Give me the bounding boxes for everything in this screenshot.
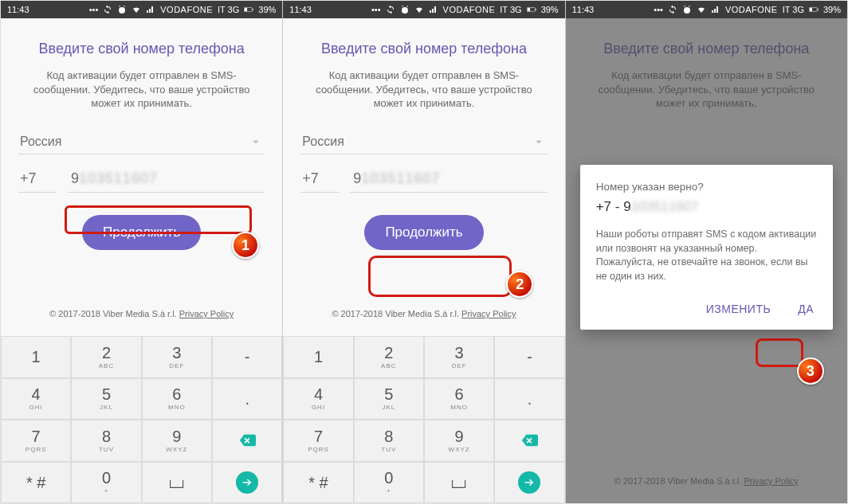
key-0[interactable]: 0+ — [354, 462, 424, 504]
confirm-dialog: Номер указан верно? +7 - 9103511607 Наши… — [580, 165, 833, 330]
phone-input[interactable]: 9103511607 — [350, 166, 547, 193]
key-⌴[interactable]: ⌴ — [142, 462, 212, 504]
key-dash[interactable]: - — [212, 336, 282, 378]
dots-icon: ••• — [89, 5, 99, 14]
key-back[interactable] — [494, 420, 564, 462]
country-select[interactable]: Россия — [300, 130, 547, 154]
dialog-number: +7 - 9103511607 — [596, 199, 817, 215]
key-go[interactable] — [494, 462, 564, 504]
wifi-icon — [697, 5, 706, 14]
key-9[interactable]: 9WXYZ — [424, 420, 494, 462]
footer-text: © 2017-2018 Viber Media S.à r.l. Privacy… — [18, 309, 265, 326]
phone-prefix: +7 — [18, 166, 57, 193]
sync-icon — [668, 5, 677, 14]
svg-rect-5 — [535, 9, 536, 11]
page-subtitle: Код активации будет отправлен в SMS-сооб… — [300, 68, 547, 111]
signal-icon — [711, 5, 720, 14]
step-badge-1: 1 — [232, 232, 259, 259]
key-* #[interactable]: * # — [283, 462, 353, 504]
battery-icon — [244, 5, 253, 14]
signal-icon — [146, 5, 155, 14]
svg-rect-1 — [245, 8, 247, 11]
phone-screen-2: 11:43 ••• VODAFONE IT 3G 39% Введите сво… — [283, 1, 565, 503]
alarm-icon — [117, 5, 127, 14]
battery-icon — [527, 5, 536, 14]
privacy-link[interactable]: Privacy Policy — [179, 309, 234, 318]
key-4[interactable]: 4GHI — [283, 378, 353, 420]
svg-rect-4 — [527, 8, 529, 11]
key-5[interactable]: 5JKL — [71, 378, 141, 420]
phone-prefix: +7 — [300, 166, 339, 193]
wifi-icon — [414, 5, 424, 14]
dialog-question: Номер указан верно? — [596, 181, 817, 193]
numeric-keypad: 12ABC3DEF-4GHI5JKL6MNO.7PQRS8TUV9WXYZ* #… — [1, 336, 282, 503]
country-label: Россия — [20, 135, 61, 149]
network-label: IT 3G — [218, 5, 239, 14]
battery-icon — [809, 5, 819, 14]
signal-icon — [429, 5, 438, 14]
key-back[interactable] — [212, 420, 282, 462]
alarm-icon — [400, 5, 410, 14]
phone-input[interactable]: 9103511607 — [68, 166, 265, 193]
key-3[interactable]: 3DEF — [424, 336, 494, 378]
continue-button[interactable]: Продолжить — [364, 215, 483, 250]
status-bar: 11:43 ••• VODAFONE IT 3G 39% — [283, 1, 564, 18]
key-7[interactable]: 7PQRS — [283, 420, 353, 462]
key-7[interactable]: 7PQRS — [1, 420, 71, 462]
key-2[interactable]: 2ABC — [354, 336, 424, 378]
alarm-icon — [682, 5, 692, 14]
page-subtitle: Код активации будет отправлен в SMS-сооб… — [18, 68, 265, 111]
key-dot[interactable]: . — [212, 378, 282, 420]
status-bar: 11:43 ••• VODAFONE IT 3G 39% — [1, 1, 282, 18]
key-6[interactable]: 6MNO — [424, 378, 494, 420]
footer-text: © 2017-2018 Viber Media S.à r.l. Privacy… — [300, 309, 547, 326]
key-2[interactable]: 2ABC — [71, 336, 141, 378]
key-8[interactable]: 8TUV — [354, 420, 424, 462]
page-title: Введите свой номер телефона — [18, 41, 265, 57]
status-time: 11:43 — [7, 5, 29, 14]
chevron-down-icon — [532, 135, 546, 149]
key-5[interactable]: 5JKL — [354, 378, 424, 420]
key-dot[interactable]: . — [494, 378, 564, 420]
key-0[interactable]: 0+ — [71, 462, 141, 504]
key-3[interactable]: 3DEF — [142, 336, 212, 378]
key-1[interactable]: 1 — [283, 336, 353, 378]
continue-button[interactable]: Продолжить — [82, 215, 201, 250]
sync-icon — [386, 5, 395, 14]
status-bar: 11:43 ••• VODAFONE IT 3G 39% — [566, 1, 847, 18]
key-⌴[interactable]: ⌴ — [424, 462, 494, 504]
key-dash[interactable]: - — [494, 336, 564, 378]
key-go[interactable] — [212, 462, 282, 504]
numeric-keypad: 12ABC3DEF-4GHI5JKL6MNO.7PQRS8TUV9WXYZ* #… — [283, 336, 564, 503]
key-6[interactable]: 6MNO — [142, 378, 212, 420]
page-title: Введите свой номер телефона — [300, 41, 547, 57]
change-button[interactable]: ИЗМЕНИТЬ — [703, 298, 774, 320]
svg-rect-8 — [818, 9, 819, 11]
phone-screen-3: 11:43 ••• VODAFONE IT 3G 39% Введите сво… — [566, 1, 847, 503]
privacy-link[interactable]: Privacy Policy — [461, 309, 516, 318]
dialog-info: Наши роботы отправят SMS с кодом активац… — [596, 228, 817, 283]
key-9[interactable]: 9WXYZ — [142, 420, 212, 462]
battery-label: 39% — [258, 5, 276, 14]
key-4[interactable]: 4GHI — [1, 378, 71, 420]
phone-screen-1: 11:43 ••• VODAFONE IT 3G 39% Введите сво… — [1, 1, 283, 503]
svg-rect-2 — [253, 9, 253, 11]
yes-button[interactable]: ДА — [795, 298, 817, 320]
key-* #[interactable]: * # — [1, 462, 71, 504]
key-8[interactable]: 8TUV — [71, 420, 141, 462]
wifi-icon — [132, 5, 141, 14]
step-badge-3: 3 — [797, 357, 824, 385]
chevron-down-icon — [249, 135, 263, 149]
country-select[interactable]: Россия — [18, 130, 265, 154]
sync-icon — [103, 5, 112, 14]
svg-rect-7 — [810, 8, 812, 11]
key-1[interactable]: 1 — [1, 336, 71, 378]
carrier-label: VODAFONE — [160, 5, 213, 14]
